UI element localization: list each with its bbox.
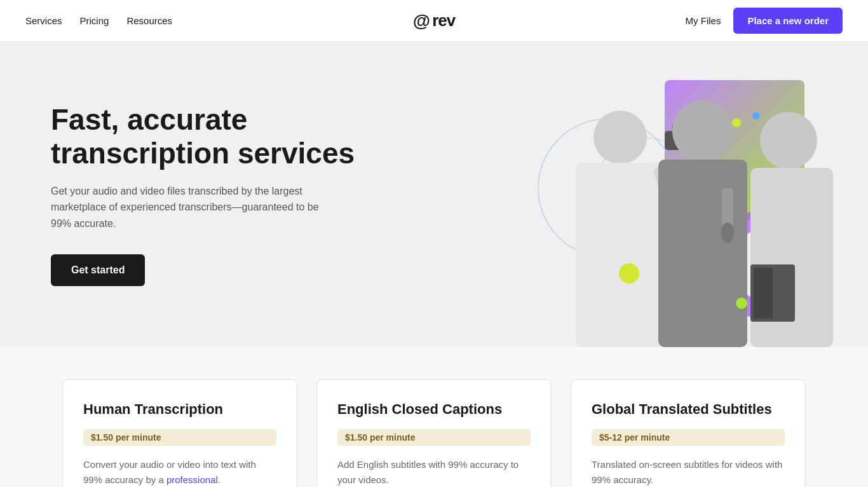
professional-link[interactable]: professional [166, 474, 218, 485]
svg-point-5 [672, 100, 733, 161]
card-title-human: Human Transcription [83, 401, 276, 418]
svg-point-0 [593, 111, 647, 164]
card-desc-captions: Add English subtitles with 99% accuracy … [337, 457, 531, 487]
hero-get-started-button[interactable]: Get started [51, 254, 145, 286]
svg-rect-1 [576, 163, 665, 347]
logo-text: rev [432, 11, 455, 31]
card-title-captions: English Closed Captions [337, 401, 531, 418]
nav-services-link[interactable]: Services [25, 15, 62, 26]
hero-dot-green [736, 298, 747, 309]
card-title-subtitles: Global Translated Subtitles [592, 401, 785, 418]
svg-point-9 [760, 112, 817, 169]
nav-pricing-link[interactable]: Pricing [80, 15, 109, 26]
svg-rect-6 [658, 160, 747, 347]
hero-subtext: Get your audio and video files transcrib… [51, 183, 324, 232]
english-closed-captions-card: English Closed Captions $1.50 per minute… [316, 379, 552, 487]
hero-dot-blue [752, 112, 760, 120]
hero-dot-yellow2 [732, 118, 741, 127]
card-price-captions: $1.50 per minute [337, 429, 531, 446]
logo-at-symbol: @ [413, 11, 430, 31]
nav-right: My Files Place a new order [686, 8, 843, 34]
hero-people-illustration [525, 80, 855, 347]
card-desc-subtitles: Translated on-screen subtitles for video… [592, 457, 785, 487]
global-translated-subtitles-card: Global Translated Subtitles $5-12 per mi… [571, 379, 806, 487]
svg-rect-12 [754, 268, 773, 319]
card-price-subtitles: $5-12 per minute [592, 429, 785, 446]
card-desc-human: Convert your audio or video into text wi… [83, 457, 276, 487]
hero-headline: Fast, accurate transcription services [51, 103, 369, 170]
hero-dot-yellow [619, 263, 639, 284]
site-logo[interactable]: @rev [413, 11, 455, 31]
service-cards-section: Human Transcription $1.50 per minute Con… [0, 347, 868, 487]
hero-image-area [487, 42, 868, 347]
svg-rect-7 [722, 188, 733, 226]
card-price-human: $1.50 per minute [83, 429, 276, 446]
hero-content: Fast, accurate transcription services Ge… [51, 103, 369, 287]
svg-point-8 [721, 223, 734, 243]
navbar: Services Pricing Resources @rev My Files… [0, 0, 868, 42]
nav-resources-link[interactable]: Resources [126, 15, 172, 26]
my-files-link[interactable]: My Files [686, 15, 721, 26]
nav-left: Services Pricing Resources [25, 15, 172, 26]
hero-section: Fast, accurate transcription services Ge… [0, 42, 868, 347]
human-transcription-card: Human Transcription $1.50 per minute Con… [62, 379, 297, 487]
place-new-order-button[interactable]: Place a new order [733, 8, 843, 34]
